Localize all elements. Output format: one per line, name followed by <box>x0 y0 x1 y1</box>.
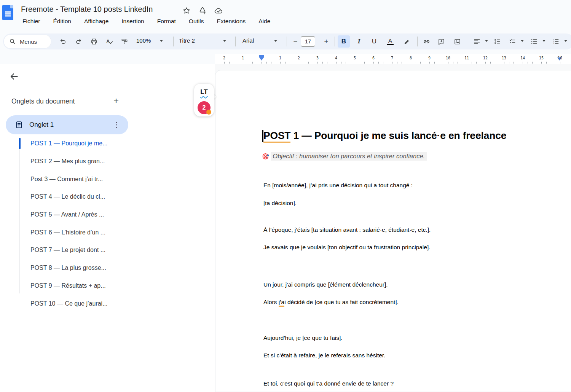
doc-heading[interactable]: POST 1 — Pourquoi je me suis lancé·e en … <box>263 130 506 142</box>
ruler-number: 13 <box>502 56 506 60</box>
paragraph[interactable]: En [mois/année], j’ai pris une décision … <box>263 182 413 189</box>
menu-fichier[interactable]: Fichier <box>21 17 42 25</box>
italic-button[interactable]: I <box>353 35 365 48</box>
outline-item[interactable]: POST 8 — La plus grosse... <box>0 259 215 277</box>
redo-button[interactable] <box>72 35 85 48</box>
indent-button[interactable] <box>569 35 571 48</box>
checklist-caret-icon[interactable] <box>521 40 524 42</box>
menu-edition[interactable]: Édition <box>52 17 73 25</box>
align-button[interactable] <box>471 35 483 48</box>
outline-item[interactable]: POST 9 — Résultats + ap... <box>0 277 215 295</box>
tab-document-icon <box>15 121 23 129</box>
outline-item-label: POST 1 — Pourquoi je me... <box>30 140 107 147</box>
zoom-select[interactable]: 100% <box>136 37 151 44</box>
numbered-caret-icon[interactable] <box>564 40 567 42</box>
ruler-number: 12 <box>483 56 488 60</box>
menu-insertion[interactable]: Insertion <box>120 17 145 25</box>
checklist-button[interactable] <box>506 35 518 48</box>
outline-item-label: POST 2 — Mes plus gran... <box>30 158 105 165</box>
paint-format-button[interactable] <box>118 35 131 48</box>
ruler-number: 4 <box>335 56 337 60</box>
paragraph[interactable]: À l’époque, j’étais [ta situation avant … <box>263 226 431 233</box>
tab-onglet-1[interactable]: Onglet 1 ⋮ <box>6 115 128 134</box>
font-select[interactable]: Arial <box>242 37 254 44</box>
document-title[interactable]: Freemote - Template 10 posts LinkedIn <box>21 5 153 14</box>
objective-line[interactable]: 🎯 Objectif : humaniser ton parcours et i… <box>262 153 427 160</box>
numbered-list-button[interactable]: 123 <box>550 35 562 48</box>
ruler-number: 2 <box>298 56 300 60</box>
heading-outline-list: POST 1 — Pourquoi je me... POST 2 — Mes … <box>0 135 215 312</box>
ruler-number: 3 <box>316 56 319 60</box>
logo-fold <box>10 5 13 8</box>
ruler-number: 7 <box>391 56 393 60</box>
flagged-word: j’a <box>279 299 285 307</box>
svg-text:3: 3 <box>553 42 554 45</box>
outline-item[interactable]: POST 1 — Pourquoi je me... <box>0 135 215 153</box>
style-caret-icon[interactable] <box>223 40 226 42</box>
outline-item-label: POST 6 — L’histoire d’un ... <box>30 229 105 236</box>
paragraph[interactable]: Je savais que je voulais [ton objectif o… <box>263 244 431 251</box>
move-to-folder-icon[interactable] <box>198 6 207 15</box>
menus-search-button[interactable]: Menus <box>4 35 51 48</box>
paragraph[interactable]: Un jour, j’ai compris que [élément décle… <box>263 281 388 288</box>
font-caret-icon[interactable] <box>274 40 277 42</box>
paragraph-style-select[interactable]: Titre 2 <box>179 37 195 44</box>
paragraph[interactable]: [ta décision]. <box>263 200 297 207</box>
text-color-button[interactable]: A <box>384 35 396 48</box>
tabs-panel-title: Onglets du document <box>11 97 75 105</box>
line-spacing-button[interactable] <box>491 35 503 48</box>
add-tab-button[interactable]: + <box>110 95 122 107</box>
menu-aide[interactable]: Aide <box>257 17 272 25</box>
underline-button[interactable]: U <box>368 35 380 48</box>
bold-button[interactable]: B <box>338 35 350 48</box>
app-header: Freemote - Template 10 posts LinkedIn Fi… <box>0 0 571 33</box>
menu-affichage[interactable]: Affichage <box>83 17 110 25</box>
document-page[interactable]: POST 1 — Pourquoi je me suis lancé·e en … <box>215 70 571 392</box>
highlight-color-button[interactable] <box>400 35 413 48</box>
font-size-input[interactable]: 17 <box>301 36 315 47</box>
back-arrow-button[interactable] <box>8 70 21 83</box>
menu-bar: Fichier Édition Affichage Insertion Form… <box>21 17 272 25</box>
ruler-number: 1 <box>279 56 281 60</box>
document-canvas: POST 1 — Pourquoi je me suis lancé·e en … <box>215 64 571 392</box>
zoom-caret-icon[interactable] <box>160 40 163 42</box>
paragraph[interactable]: Aujourd’hui, je [ce que tu fais]. <box>263 335 343 341</box>
ruler-number: 10 <box>446 56 450 60</box>
logo-lines <box>5 11 11 13</box>
insert-link-button[interactable] <box>420 35 432 48</box>
add-comment-button[interactable] <box>435 35 447 48</box>
outline-item-label: POST 9 — Résultats + ap... <box>30 282 106 289</box>
outline-item[interactable]: Post 3 — Comment j’ai tr... <box>0 170 215 188</box>
tab-label: Onglet 1 <box>29 121 54 129</box>
spellcheck-button[interactable]: A <box>103 35 115 48</box>
paragraph[interactable]: Et si c’était à refaire, je le referais … <box>263 352 385 359</box>
outline-item[interactable]: POST 6 — L’histoire d’un ... <box>0 223 215 241</box>
google-docs-logo-icon[interactable] <box>2 5 13 20</box>
outline-item[interactable]: POST 7 — Le projet dont ... <box>0 241 215 259</box>
ruler[interactable]: 2112345678910111213141516 <box>215 54 571 64</box>
menu-outils[interactable]: Outils <box>187 17 206 25</box>
cloud-saved-icon[interactable] <box>214 6 223 15</box>
languagetool-premium-dot <box>206 110 211 115</box>
undo-button[interactable] <box>57 35 69 48</box>
decrease-font-size-button[interactable]: − <box>289 35 301 48</box>
star-icon[interactable] <box>182 6 191 15</box>
insert-image-button[interactable] <box>451 35 463 48</box>
languagetool-error-badge[interactable]: 2 <box>198 101 211 114</box>
paragraph[interactable]: Alors j’ai décidé de [ce que tu as fait … <box>263 299 399 306</box>
paragraph[interactable]: Et toi, c’est quoi qui t’a donné envie d… <box>263 380 394 387</box>
left-indent-marker[interactable] <box>259 55 264 61</box>
print-button[interactable] <box>88 35 100 48</box>
outline-item[interactable]: POST 2 — Mes plus gran... <box>0 153 215 171</box>
bulleted-list-button[interactable] <box>528 35 540 48</box>
bullets-caret-icon[interactable] <box>542 40 545 42</box>
tab-options-kebab-icon[interactable]: ⋮ <box>113 121 120 129</box>
outline-item[interactable]: POST 4 — Le déclic du cl... <box>0 188 215 206</box>
menu-extensions[interactable]: Extensions <box>215 17 247 25</box>
align-caret-icon[interactable] <box>485 40 488 42</box>
increase-font-size-button[interactable]: + <box>320 35 332 48</box>
outline-item[interactable]: POST 10 — Ce que j’aurai... <box>0 295 215 312</box>
outline-item[interactable]: POST 5 — Avant / Après ... <box>0 206 215 224</box>
languagetool-widget[interactable]: LT 2 <box>194 84 214 116</box>
menu-format[interactable]: Format <box>156 17 177 25</box>
